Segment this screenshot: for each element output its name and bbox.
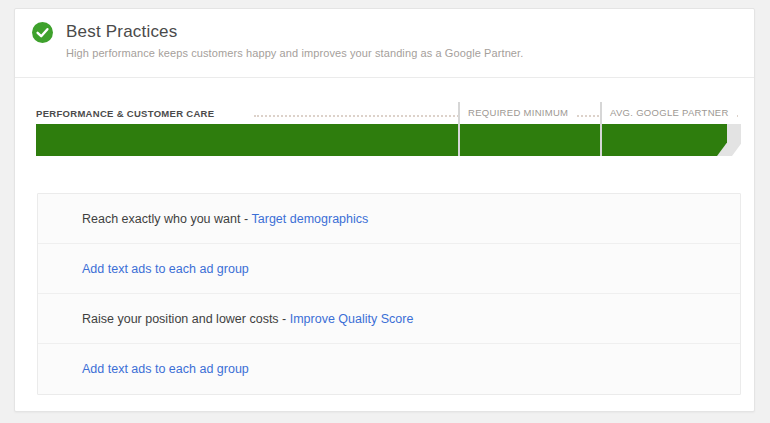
recommendations-list: Reach exactly who you want - Target demo… xyxy=(37,193,741,395)
recommendation-row: Add text ads to each ad group xyxy=(38,244,740,294)
required-minimum-marker xyxy=(458,102,460,156)
best-practices-card: Best Practices High performance keeps cu… xyxy=(14,8,755,412)
performance-score-bar xyxy=(36,124,727,156)
recommendation-row: Raise your position and lower costs - Im… xyxy=(38,294,740,344)
avg-google-partner-label: AVG. GOOGLE PARTNER xyxy=(602,107,737,118)
recommendation-text: Raise your position and lower costs - xyxy=(82,312,290,326)
add-text-ads-link[interactable]: Add text ads to each ad group xyxy=(82,262,249,276)
recommendation-row: Add text ads to each ad group xyxy=(38,344,740,394)
check-circle-icon xyxy=(32,22,53,43)
page-title: Best Practices xyxy=(66,20,523,43)
improve-quality-score-link[interactable]: Improve Quality Score xyxy=(290,312,414,326)
category-label: PERFORMANCE & CUSTOMER CARE xyxy=(36,108,220,119)
add-text-ads-link-2[interactable]: Add text ads to each ad group xyxy=(82,362,249,376)
card-header: Best Practices High performance keeps cu… xyxy=(15,9,754,77)
target-demographics-link[interactable]: Target demographics xyxy=(252,212,369,226)
header-text: Best Practices High performance keeps cu… xyxy=(66,20,523,59)
score-bar-track xyxy=(36,124,741,156)
avg-google-partner-marker xyxy=(600,102,602,156)
required-minimum-label: REQUIRED MINIMUM xyxy=(460,107,576,118)
recommendation-row: Reach exactly who you want - Target demo… xyxy=(38,194,740,244)
recommendation-text: Reach exactly who you want - xyxy=(82,212,252,226)
page-subtitle: High performance keeps customers happy a… xyxy=(66,47,523,59)
performance-chart-area: PERFORMANCE & CUSTOMER CARE REQUIRED MIN… xyxy=(36,78,740,156)
